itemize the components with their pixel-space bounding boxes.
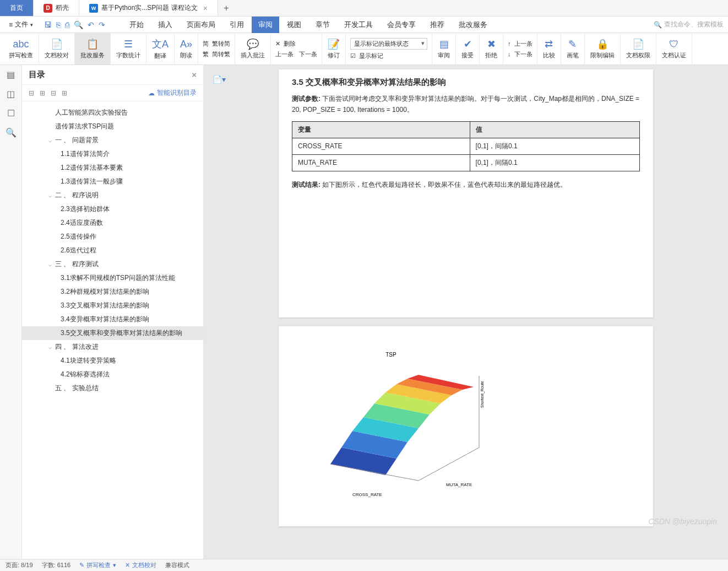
menu-tab-2[interactable]: 页面布局 bbox=[180, 17, 222, 33]
preview-icon[interactable]: 🔍 bbox=[74, 20, 83, 29]
status-spell-check[interactable]: ✎ 拼写检查 ▾ bbox=[79, 561, 116, 569]
next-comment-button[interactable]: 下一条 bbox=[299, 50, 317, 58]
expand-all-icon[interactable]: ⊞ bbox=[40, 89, 45, 97]
menu-tab-4[interactable]: 审阅 bbox=[252, 17, 279, 33]
tab-daoqiao-label: 稻壳 bbox=[56, 3, 69, 13]
toc-item-9[interactable]: 2.5遗传操作 bbox=[22, 230, 203, 244]
toc-item-15[interactable]: 3.4变异概率对算法结果的影响 bbox=[22, 313, 203, 326]
toc-item-12[interactable]: 3.1求解不同规模的TSP问题的算法性能 bbox=[22, 271, 203, 285]
promote-icon[interactable]: ⊟ bbox=[51, 89, 56, 97]
translate-icon: 文A bbox=[152, 37, 169, 51]
doc-cert-button[interactable]: 🛡文档认证 bbox=[656, 33, 692, 64]
close-icon[interactable]: × bbox=[203, 4, 208, 13]
menu-tab-0[interactable]: 开始 bbox=[123, 17, 150, 33]
toc-item-0[interactable]: 人工智能第四次实验报告 bbox=[22, 106, 203, 120]
read-aloud-button[interactable]: A»朗读 bbox=[175, 33, 198, 64]
print-icon[interactable]: ⎙ bbox=[65, 20, 69, 29]
prev-comment-button[interactable]: 上一条 bbox=[275, 50, 294, 58]
export-icon[interactable]: ⎘ bbox=[56, 20, 61, 29]
up-icon: ↑ bbox=[508, 40, 511, 47]
redo-icon[interactable]: ↷ bbox=[99, 20, 105, 29]
toc-item-1[interactable]: 遗传算法求TSP问题 bbox=[22, 120, 203, 133]
file-menu[interactable]: ≡ 文件 ▾ bbox=[4, 20, 37, 29]
next-change-button[interactable]: ↓下一条 bbox=[508, 50, 533, 58]
demote-icon[interactable]: ⊞ bbox=[62, 89, 67, 97]
menu-tab-5[interactable]: 视图 bbox=[280, 17, 308, 33]
toc-item-label: 一 、 问题背景 bbox=[55, 136, 99, 145]
track-icon: 📝 bbox=[328, 38, 340, 50]
translate-button[interactable]: 文A翻译 bbox=[146, 33, 175, 64]
toc-item-label: 2.3选择初始群体 bbox=[61, 204, 110, 214]
delete-comment-button[interactable]: ✕删除 bbox=[275, 40, 317, 48]
toc-item-11[interactable]: ⌵三 、 程序测试 bbox=[22, 257, 203, 271]
toc-item-label: 人工智能第四次实验报告 bbox=[55, 108, 128, 117]
toc-item-2[interactable]: ⌵一 、 问题背景 bbox=[22, 133, 203, 147]
ylabel: MUTA_RATE bbox=[446, 482, 472, 487]
collapse-all-icon[interactable]: ⊟ bbox=[29, 89, 34, 97]
tab-home[interactable]: 首页 bbox=[0, 0, 34, 16]
menu-tab-8[interactable]: 会员专享 bbox=[381, 17, 422, 33]
toc-item-8[interactable]: 2.4适应度函数 bbox=[22, 216, 203, 230]
toc-item-14[interactable]: 3.3交叉概率对算法结果的影响 bbox=[22, 299, 203, 313]
ink-button[interactable]: ✎画笔 bbox=[561, 33, 585, 64]
toc-item-16[interactable]: 3.5交叉概率和变异概率对算法结果的影响 bbox=[22, 326, 203, 340]
display-mode-select[interactable]: 显示标记的最终状态 bbox=[350, 38, 427, 50]
to-simplified-button[interactable]: 简繁转简 bbox=[203, 40, 230, 48]
params-table: 变量 值 CROSS_RATE[0,1]，间隔0.1MUTA_RATE[0,1]… bbox=[292, 121, 640, 171]
smart-toc-button[interactable]: ☁ 智能识别目录 bbox=[148, 88, 197, 98]
compare-button[interactable]: ⇄比较 bbox=[537, 33, 561, 64]
toc-item-18[interactable]: 4.1块逆转变异策略 bbox=[22, 354, 203, 368]
tab-daoqiao[interactable]: D 稻壳 bbox=[34, 0, 79, 16]
reject-button[interactable]: ✖拒绝 bbox=[480, 33, 503, 64]
menu-tab-10[interactable]: 批改服务 bbox=[452, 17, 494, 33]
toc-item-19[interactable]: 4.2锦标赛选择法 bbox=[22, 368, 203, 381]
menu-tab-7[interactable]: 开发工具 bbox=[338, 17, 379, 33]
tab-document-label: 基于Python实...SP问题 课程论文 bbox=[101, 3, 198, 13]
insert-comment-button[interactable]: 💬插入批注 bbox=[235, 33, 271, 64]
search-box[interactable]: 🔍 查找命令、搜索模板 bbox=[654, 20, 724, 29]
toc-item-10[interactable]: 2.6迭代过程 bbox=[22, 244, 203, 257]
bookmark-rail-icon[interactable]: ☐ bbox=[7, 108, 15, 118]
toc-item-6[interactable]: ⌵二 、 程序说明 bbox=[22, 188, 203, 202]
doc-proof-button[interactable]: 📄文档校对 bbox=[39, 33, 75, 64]
track-changes-button[interactable]: 📝修订 bbox=[322, 33, 346, 64]
word-count-button[interactable]: ☰字数统计 bbox=[111, 33, 146, 64]
toc-item-5[interactable]: 1.3遗传算法一般步骤 bbox=[22, 175, 203, 188]
menu-tab-3[interactable]: 引用 bbox=[223, 17, 251, 33]
undo-icon[interactable]: ↶ bbox=[88, 20, 94, 29]
toc-item-3[interactable]: 1.1遗传算法简介 bbox=[22, 147, 203, 161]
tab-document[interactable]: W 基于Python实...SP问题 课程论文 × bbox=[79, 0, 218, 16]
show-markup-button[interactable]: ☑显示标记 bbox=[350, 52, 427, 60]
spell-check-button[interactable]: abc拼写检查 bbox=[3, 33, 39, 64]
menu-tab-9[interactable]: 推荐 bbox=[423, 17, 451, 33]
daoqiao-icon: D bbox=[44, 4, 52, 13]
toc-item-20[interactable]: 五 、 实验总结 bbox=[22, 381, 203, 395]
toc-rail-icon[interactable]: ▤ bbox=[7, 69, 15, 80]
review-pane-button[interactable]: ▤审阅 bbox=[432, 33, 456, 64]
save-icon[interactable]: 🖫 bbox=[44, 20, 52, 29]
toc-item-13[interactable]: 3.2种群规模对算法结果的影响 bbox=[22, 285, 203, 299]
add-tab-button[interactable]: + bbox=[218, 0, 235, 16]
menu-tab-6[interactable]: 章节 bbox=[309, 17, 336, 33]
restrict-edit-button[interactable]: 🔒限制编辑 bbox=[585, 33, 621, 64]
status-doc-proof[interactable]: ✕ 文档校对 bbox=[125, 561, 156, 569]
toc-item-label: 1.1遗传算法简介 bbox=[61, 149, 110, 159]
to-traditional-button[interactable]: 繁简转繁 bbox=[203, 50, 230, 58]
accept-button[interactable]: ✔接受 bbox=[456, 33, 480, 64]
toc-item-label: 1.2遗传算法基本要素 bbox=[61, 163, 123, 173]
document-viewport[interactable]: 📄▾ 3.5 交叉概率和变异概率对算法结果的影响 测试参数: 下面尝试同时考虑交… bbox=[204, 65, 728, 559]
prev-change-button[interactable]: ↑上一条 bbox=[508, 40, 533, 48]
search-rail-icon[interactable]: 🔍 bbox=[6, 127, 17, 138]
nav-rail-icon[interactable]: ◫ bbox=[7, 89, 15, 99]
toc-item-4[interactable]: 1.2遗传算法基本要素 bbox=[22, 161, 203, 175]
menu-bar: ≡ 文件 ▾ 🖫 ⎘ ⎙ 🔍 ↶ ↷ 开始插入页面布局引用审阅视图章节开发工具会… bbox=[0, 17, 728, 33]
close-panel-icon[interactable]: × bbox=[192, 70, 197, 79]
toc-item-7[interactable]: 2.3选择初始群体 bbox=[22, 202, 203, 216]
params-label: 测试参数: bbox=[292, 95, 320, 103]
toc-item-17[interactable]: ⌵四 、 算法改进 bbox=[22, 340, 203, 354]
toc-item-label: 1.3遗传算法一般步骤 bbox=[61, 177, 123, 186]
doc-permission-button[interactable]: 📄文档权限 bbox=[621, 33, 656, 64]
doc-menu-icon[interactable]: 📄▾ bbox=[213, 75, 226, 84]
menu-tab-1[interactable]: 插入 bbox=[151, 17, 179, 33]
review-service-button[interactable]: 📋批改服务 bbox=[75, 33, 111, 64]
